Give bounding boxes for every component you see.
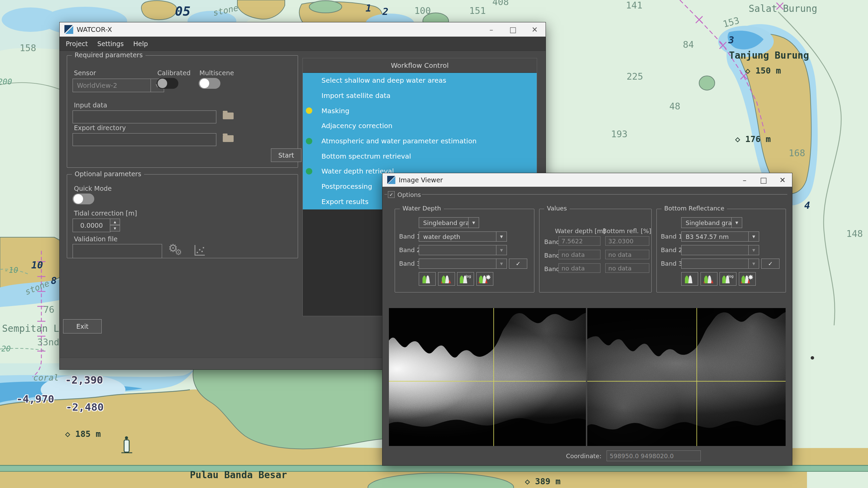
wd-histogram-settings-button[interactable] bbox=[476, 272, 493, 286]
menu-settings[interactable]: Settings bbox=[93, 40, 129, 47]
bottom-reflectance-image[interactable] bbox=[587, 308, 786, 446]
workflow-step[interactable]: Import satellite data bbox=[303, 88, 537, 103]
folder-icon bbox=[223, 135, 234, 142]
step-status-icon bbox=[306, 153, 312, 159]
chevron-down-icon: ▼ bbox=[731, 218, 742, 228]
map-label: 158 bbox=[20, 43, 36, 53]
br-apply-button[interactable]: ✓ bbox=[761, 259, 780, 269]
step-status-icon bbox=[306, 107, 312, 114]
br-band2-select[interactable]: ▼ bbox=[681, 245, 759, 255]
image-noise bbox=[389, 308, 586, 446]
map-label: -2,480 bbox=[66, 402, 104, 412]
histogram-settings-icon bbox=[741, 274, 754, 284]
map-label: Salat Burung bbox=[749, 4, 817, 14]
band1-depth-value: 7.5622 bbox=[558, 236, 600, 246]
wd-histogram-stretch-button[interactable] bbox=[419, 272, 436, 286]
chevron-down-icon: ▼ bbox=[496, 232, 507, 241]
water-depth-legend: Water Depth bbox=[400, 205, 444, 212]
workflow-step[interactable]: Masking bbox=[303, 103, 537, 118]
required-parameters-legend: Required parameters bbox=[72, 51, 145, 59]
chevron-down-icon: ▼ bbox=[496, 259, 507, 268]
histogram-icon bbox=[684, 274, 695, 284]
wd-band1-value: water depth bbox=[419, 232, 496, 241]
watcor-app-icon bbox=[64, 25, 73, 34]
close-button[interactable]: ✕ bbox=[773, 173, 792, 187]
water-depth-image[interactable] bbox=[389, 308, 586, 446]
export-directory-field[interactable] bbox=[73, 133, 216, 146]
br-histogram-clip-button[interactable] bbox=[701, 272, 717, 286]
maximize-button[interactable]: □ bbox=[754, 173, 773, 187]
calibrated-toggle[interactable] bbox=[157, 78, 178, 89]
wd-band1-label: Band 1 bbox=[399, 233, 420, 240]
toggle-knob bbox=[200, 79, 209, 88]
map-label: ◇ 176 m bbox=[735, 135, 771, 143]
map-label: 408 bbox=[492, 0, 509, 6]
wd-band3-label: Band 3 bbox=[399, 260, 420, 267]
wd-histogram-clip-button[interactable] bbox=[438, 272, 455, 286]
menu-help[interactable]: Help bbox=[129, 40, 153, 47]
wd-band2-select[interactable]: ▼ bbox=[419, 245, 507, 255]
tidal-correction-field[interactable]: 0.0000 bbox=[73, 219, 111, 232]
exit-button[interactable]: Exit bbox=[63, 319, 102, 333]
br-histogram-settings-button[interactable] bbox=[739, 272, 756, 286]
step-status-icon bbox=[306, 123, 312, 129]
minimize-button[interactable]: – bbox=[735, 173, 754, 187]
validation-file-field[interactable] bbox=[73, 244, 162, 258]
svg-text:log: log bbox=[466, 274, 471, 278]
step-status-icon bbox=[306, 168, 312, 175]
coordinate-field[interactable]: 598950.0 9498020.0 bbox=[607, 450, 701, 461]
export-directory-label: Export directory bbox=[74, 124, 126, 131]
water-depth-column-header: Water depth [m] bbox=[553, 227, 607, 235]
map-label: 151 bbox=[469, 6, 486, 15]
wd-band3-select[interactable]: ▼ bbox=[419, 259, 507, 269]
options-checkbox[interactable]: ✓ bbox=[388, 191, 395, 198]
viewer-app-icon bbox=[387, 176, 395, 184]
step-status-icon bbox=[306, 77, 312, 84]
input-data-field[interactable] bbox=[73, 110, 216, 123]
histogram-icon bbox=[704, 274, 714, 284]
viewer-title: Image Viewer bbox=[399, 176, 443, 184]
spin-up-button[interactable]: ▲ bbox=[110, 219, 120, 225]
workflow-step[interactable]: Select shallow and deep water areas bbox=[303, 73, 537, 88]
menu-project[interactable]: Project bbox=[61, 40, 93, 47]
start-button[interactable]: Start bbox=[271, 148, 301, 162]
map-label: 100 bbox=[414, 6, 431, 15]
workflow-step[interactable]: Atmospheric and water parameter estimati… bbox=[303, 134, 537, 149]
quick-mode-label: Quick Mode bbox=[74, 185, 112, 192]
band3-refl-value: no data bbox=[605, 263, 649, 273]
spin-down-button[interactable]: ▼ bbox=[110, 225, 120, 231]
minimize-button[interactable]: – bbox=[480, 22, 502, 37]
validation-plot-button[interactable] bbox=[193, 244, 206, 257]
wd-histogram-log-button[interactable]: log bbox=[457, 272, 474, 286]
map-label: Tanjung Burung bbox=[729, 51, 809, 60]
quick-mode-toggle[interactable] bbox=[73, 194, 94, 204]
wd-band2-value bbox=[419, 245, 496, 255]
br-band1-value: B3 547.57 nm bbox=[682, 232, 748, 241]
close-button[interactable]: ✕ bbox=[524, 22, 546, 37]
sensor-select[interactable]: WorldView-2 ▼ bbox=[73, 79, 164, 92]
wd-renderer-select[interactable]: Singleband gray ▼ bbox=[419, 217, 479, 228]
scatter-plot-icon bbox=[193, 244, 206, 257]
export-browse-button[interactable] bbox=[220, 132, 236, 145]
required-parameters-group: Required parameters Sensor WorldView-2 ▼… bbox=[67, 55, 298, 168]
wd-apply-button[interactable]: ✓ bbox=[509, 259, 527, 269]
multiscene-toggle[interactable] bbox=[199, 78, 220, 89]
maximize-button[interactable]: □ bbox=[502, 22, 524, 37]
workflow-step[interactable]: Adjacency correction bbox=[303, 118, 537, 134]
run-validation-button[interactable]: ⚙ ⚙ bbox=[168, 242, 186, 259]
svg-text:log: log bbox=[728, 274, 733, 278]
map-label: 33nd bbox=[37, 338, 59, 347]
br-histogram-stretch-button[interactable] bbox=[681, 272, 698, 286]
br-renderer-select[interactable]: Singleband gray ▼ bbox=[681, 217, 742, 228]
workflow-step[interactable]: Bottom spectrum retrieval bbox=[303, 148, 537, 164]
br-band3-select[interactable]: ▼ bbox=[681, 259, 759, 269]
chevron-down-icon: ▼ bbox=[748, 232, 759, 241]
br-histogram-log-button[interactable]: log bbox=[719, 272, 736, 286]
map-label: 141 bbox=[626, 1, 643, 10]
image-noise bbox=[587, 308, 786, 446]
br-band1-select[interactable]: B3 547.57 nm ▼ bbox=[681, 231, 759, 242]
input-browse-button[interactable] bbox=[220, 109, 236, 123]
bottom-refl-column-header: Bottom refl. [%] bbox=[603, 227, 651, 235]
optional-parameters-group: Optional parameters Quick Mode Tidal cor… bbox=[67, 174, 298, 258]
wd-band1-select[interactable]: water depth ▼ bbox=[419, 231, 507, 242]
